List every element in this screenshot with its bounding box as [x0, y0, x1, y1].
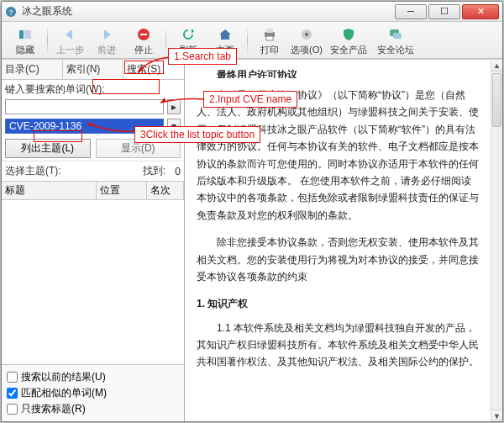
check-title-only[interactable]: 只搜索标题(R): [7, 402, 179, 416]
results-header: 标题 位置 名次: [2, 181, 184, 200]
tab-index[interactable]: 索引(N): [63, 60, 124, 79]
svg-rect-5: [140, 34, 147, 35]
highlight-search-tab: [124, 61, 164, 74]
app-window: ? 冰之眼系统 ─ ☐ ✕ 隐藏 上一步 前进 停止 刷新: [1, 1, 503, 422]
maximize-button[interactable]: ☐: [428, 4, 460, 19]
minimize-icon: ─: [407, 7, 414, 16]
col-position[interactable]: 位置: [97, 182, 147, 199]
scroll-down-arrow[interactable]: ▼: [491, 410, 502, 421]
doc-heading: 1. 知识产权: [197, 295, 479, 312]
svg-rect-7: [266, 29, 273, 33]
close-button[interactable]: ✕: [462, 4, 499, 19]
close-icon: ✕: [477, 7, 485, 16]
document-pane: 最终用户许可协议 本《最终用户许可协议》（以下简称“协议”）是您（自然人、法人、…: [185, 60, 502, 421]
product-button[interactable]: 安全产品: [325, 24, 372, 57]
sidebar: 目录(C) 索引(N) 搜索(S) 键入要搜索的单词(W): ▸ CVE-200…: [2, 60, 185, 421]
hide-button[interactable]: 隐藏: [7, 24, 44, 57]
search-input[interactable]: [5, 99, 164, 114]
found-label: 找到:: [143, 164, 165, 178]
forum-label: 安全论坛: [377, 44, 414, 56]
scroll-thumb[interactable]: [492, 73, 501, 127]
stop-label: 停止: [134, 44, 153, 56]
product-label: 安全产品: [330, 44, 367, 56]
toolbar-sep: [47, 26, 48, 55]
callout-search-tab: 1.Search tab: [168, 48, 237, 65]
check-title-label: 只搜索标题(R): [21, 402, 86, 416]
print-icon: [262, 25, 277, 44]
chevron-right-icon: ▸: [171, 101, 176, 113]
svg-point-10: [305, 33, 308, 36]
vertical-scrollbar[interactable]: ▲ ▼: [491, 60, 502, 421]
hide-label: 隐藏: [16, 44, 34, 56]
title-bar: ? 冰之眼系统 ─ ☐ ✕: [2, 2, 502, 22]
checkbox-prev[interactable]: [7, 372, 18, 383]
found-count: 0: [169, 166, 181, 177]
callout-input-cve: 2.Input CVE name: [203, 91, 297, 108]
main-area: 目录(C) 索引(N) 搜索(S) 键入要搜索的单词(W): ▸ CVE-200…: [2, 59, 502, 421]
highlight-select-topic: [34, 130, 82, 142]
home-icon: [218, 25, 233, 44]
maximize-icon: ☐: [440, 7, 449, 16]
tab-contents[interactable]: 目录(C): [2, 60, 63, 79]
hide-icon: [18, 25, 33, 44]
check-prev-label: 搜索以前的结果(U): [21, 370, 106, 384]
results-body: [2, 200, 184, 364]
forward-label: 前进: [97, 44, 116, 56]
forward-arrow-icon: [99, 25, 114, 44]
forum-icon: [388, 25, 403, 44]
search-input-row: ▸: [2, 99, 184, 117]
refresh-icon: [181, 25, 196, 44]
options-button[interactable]: 选项(O): [288, 24, 325, 57]
forward-button[interactable]: 前进: [88, 24, 125, 57]
highlight-search-input: [92, 79, 160, 94]
back-button[interactable]: 上一步: [51, 24, 88, 57]
doc-paragraph: 1.1 本软件系统及相关文档均为绿盟科技独自开发的产品，其知识产权归绿盟科技所有…: [197, 320, 479, 371]
search-label: 键入要搜索的单词(W):: [5, 82, 105, 97]
document-scroll[interactable]: 最终用户许可协议 本《最终用户许可协议》（以下简称“协议”）是您（自然人、法人、…: [185, 60, 491, 421]
search-dropdown-button[interactable]: ▸: [167, 99, 181, 114]
stop-button[interactable]: 停止: [125, 24, 162, 57]
minimize-button[interactable]: ─: [395, 4, 427, 19]
doc-paragraph: 除非您接受本协议条款，否则您无权安装、使用本软件及其相关文档。您的安装使用行为将…: [197, 234, 479, 285]
window-controls: ─ ☐ ✕: [395, 4, 499, 19]
search-options: 搜索以前的结果(U) 匹配相似的单词(M) 只搜索标题(R): [2, 364, 184, 421]
print-label: 打印: [260, 44, 279, 56]
select-topic-row: 选择主题(T): 找到: 0: [2, 161, 184, 181]
callout-list-topic: 3Click the list topic button: [134, 126, 260, 143]
select-topic-label: 选择主题(T):: [5, 164, 139, 178]
scroll-up-arrow[interactable]: ▲: [491, 60, 502, 71]
check-similar-words[interactable]: 匹配相似的单词(M): [7, 386, 179, 400]
toolbar-sep: [165, 26, 166, 55]
svg-rect-2: [19, 30, 24, 39]
checkbox-similar[interactable]: [7, 388, 18, 399]
back-label: 上一步: [56, 44, 84, 56]
doc-title: 最终用户许可协议: [217, 66, 479, 78]
forum-button[interactable]: 安全论坛: [372, 24, 419, 57]
col-title[interactable]: 标题: [2, 182, 97, 199]
options-label: 选项(O): [291, 44, 323, 56]
toolbar-sep: [247, 26, 248, 55]
window-title: 冰之眼系统: [22, 4, 395, 19]
print-button[interactable]: 打印: [251, 24, 288, 57]
svg-rect-12: [393, 33, 402, 39]
checkbox-title-only[interactable]: [7, 404, 18, 415]
options-icon: [299, 25, 314, 44]
back-arrow-icon: [62, 25, 77, 44]
col-rank[interactable]: 名次: [147, 182, 184, 199]
svg-text:?: ?: [9, 8, 13, 16]
check-prev-results[interactable]: 搜索以前的结果(U): [7, 370, 179, 384]
svg-rect-3: [24, 30, 31, 39]
toolbar: 隐藏 上一步 前进 停止 刷新 主页 打印 选项: [2, 22, 502, 59]
stop-icon: [136, 25, 151, 44]
shield-icon: [341, 25, 356, 44]
check-similar-label: 匹配相似的单词(M): [21, 386, 107, 400]
svg-rect-8: [266, 36, 273, 40]
app-icon: ?: [5, 6, 17, 18]
